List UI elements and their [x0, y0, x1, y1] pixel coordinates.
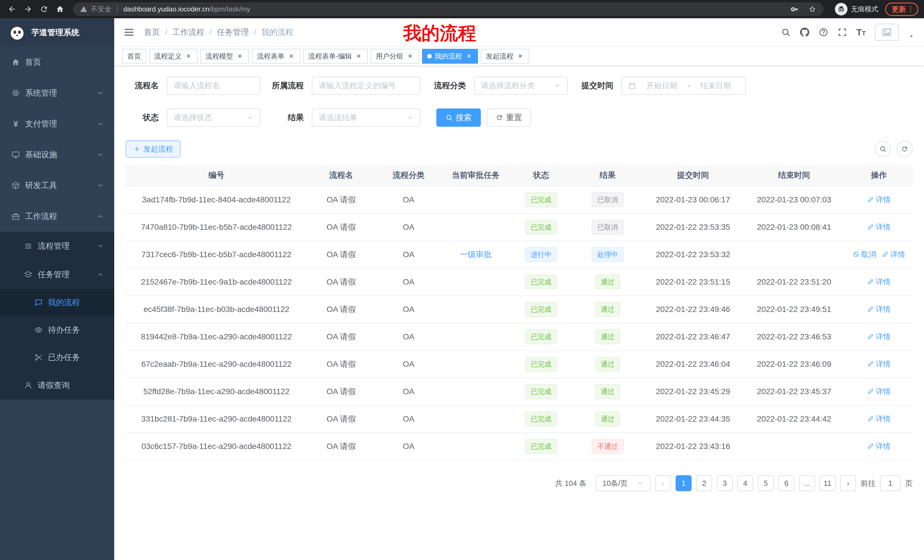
detail-link[interactable]: 详情 — [867, 386, 891, 397]
fullscreen-icon[interactable] — [837, 27, 847, 37]
avatar[interactable] — [875, 24, 899, 41]
tab-close-icon[interactable]: × — [287, 52, 295, 60]
browser-back-button[interactable] — [4, 2, 20, 16]
page-button-5[interactable]: 5 — [758, 475, 774, 491]
cell-submit-time: 2022-01-22 23:53:35 — [642, 214, 744, 241]
browser-reload-button[interactable] — [36, 2, 51, 16]
reset-button[interactable]: 重置 — [486, 108, 531, 127]
column-header: 编号 — [126, 165, 307, 186]
create-process-button[interactable]: 发起流程 — [126, 141, 180, 157]
sidebar-item-workflow[interactable]: 工作流程 — [0, 201, 114, 232]
sidebar-item-label: 待办任务 — [48, 325, 80, 335]
detail-link[interactable]: 详情 — [867, 195, 891, 205]
browser-update-button[interactable]: 更新 — [885, 3, 918, 16]
sidebar-item-process-mgmt[interactable]: 流程管理 — [0, 232, 114, 260]
next-page-button[interactable]: › — [840, 475, 856, 491]
tab-home[interactable]: 首页 — [122, 49, 146, 64]
tab-close-icon[interactable]: × — [184, 52, 192, 60]
edit-icon — [867, 415, 874, 422]
sidebar-item-home[interactable]: 首页 — [0, 47, 114, 78]
tab-start-process[interactable]: 发起流程× — [481, 49, 530, 64]
refresh-table-button[interactable] — [897, 141, 913, 157]
tab-process-definition[interactable]: 流程定义× — [149, 49, 198, 64]
sidebar-item-label: 工作流程 — [25, 211, 57, 222]
page-button-6[interactable]: 6 — [778, 475, 794, 491]
sidebar-item-task-mgmt[interactable]: 任务管理 — [0, 260, 114, 289]
result-select[interactable]: 请选流结果 — [312, 108, 420, 127]
detail-link[interactable]: 详情 — [867, 332, 891, 341]
tab-process-form[interactable]: 流程表单× — [252, 49, 300, 64]
font-size-icon[interactable]: TT — [856, 27, 866, 38]
page-more-button[interactable]: ... — [799, 475, 815, 491]
github-icon[interactable] — [800, 27, 810, 37]
category-select[interactable]: 请选择流程分类 — [474, 76, 568, 95]
detail-link[interactable]: 详情 — [867, 359, 891, 369]
tab-process-form-edit[interactable]: 流程表单-编辑× — [303, 49, 368, 64]
hamburger-icon[interactable] — [123, 27, 135, 38]
breadcrumb-home[interactable]: 首页 — [144, 27, 160, 38]
search-icon[interactable] — [781, 27, 790, 37]
page-button-11[interactable]: 11 — [819, 475, 836, 491]
address-bar[interactable]: 不安全 dashboard.yudao.iocoder.cn/bpm/task/… — [73, 2, 824, 16]
cancel-link[interactable]: 取消 — [853, 250, 876, 259]
gear-icon — [11, 89, 20, 97]
cell-category: OA — [375, 186, 442, 214]
toggle-search-button[interactable] — [875, 141, 891, 157]
browser-forward-button[interactable] — [21, 2, 35, 16]
browser-home-button[interactable] — [52, 2, 68, 16]
tab-user-group[interactable]: 用户分组× — [370, 49, 419, 64]
process-name-input[interactable]: 请输入流程名 — [167, 76, 260, 95]
submit-time-range-input[interactable]: 开始日期 - 结束日期 — [621, 76, 746, 95]
detail-link[interactable]: 详情 — [867, 304, 891, 314]
status-select[interactable]: 请选择状态 — [167, 108, 260, 127]
detail-link[interactable]: 详情 — [867, 277, 891, 287]
eye-icon — [34, 326, 43, 334]
browser-menu-dots-icon[interactable] — [907, 5, 915, 13]
cell-current-task — [442, 378, 509, 405]
app-logo[interactable]: 芋道管理系统 — [0, 18, 114, 47]
page-button-3[interactable]: 3 — [717, 475, 733, 491]
cell-end-time: 2022-01-23 00:08:41 — [744, 214, 844, 241]
breadcrumb-workflow[interactable]: 工作流程 — [172, 27, 204, 38]
chevron-down-icon — [247, 114, 254, 121]
bookmark-star-icon[interactable] — [808, 5, 817, 13]
sidebar-item-payment[interactable]: ¥支付管理 — [0, 108, 114, 139]
tab-my-process[interactable]: 我的流程× — [422, 49, 478, 64]
table-row: 2152467e-7b9b-11ec-9a1b-acde48001122OA 请… — [126, 268, 913, 296]
tab-close-icon[interactable]: × — [355, 52, 363, 60]
page-button-4[interactable]: 4 — [737, 475, 753, 491]
process-def-input[interactable]: 请输入流程定义的编号 — [312, 76, 420, 95]
sidebar-item-system[interactable]: 系统管理 — [0, 78, 114, 108]
breadcrumb-task-mgmt[interactable]: 任务管理 — [217, 27, 249, 38]
detail-link[interactable]: 详情 — [882, 250, 905, 259]
detail-link[interactable]: 详情 — [867, 441, 891, 451]
cell-actions: 详情 — [844, 214, 913, 241]
prev-page-button[interactable]: ‹ — [655, 475, 671, 491]
tab-close-icon[interactable]: × — [406, 52, 414, 60]
table-toolbar: 发起流程 — [126, 141, 913, 157]
sidebar-item-done-task[interactable]: 已办任务 — [0, 344, 114, 371]
sidebar-item-devtools[interactable]: 研发工具 — [0, 170, 114, 201]
tab-process-model[interactable]: 流程模型× — [201, 49, 249, 64]
tab-close-icon[interactable]: × — [465, 52, 473, 60]
help-icon[interactable] — [819, 27, 828, 37]
sidebar-item-infrastructure[interactable]: 基础设施 — [0, 139, 114, 170]
cell-category: OA — [375, 241, 442, 268]
current-task-link[interactable]: 一级审批 — [460, 250, 492, 259]
cell-process-name: OA 请假 — [307, 433, 375, 460]
detail-link[interactable]: 详情 — [867, 414, 891, 424]
page-button-1[interactable]: 1 — [676, 475, 692, 491]
sidebar-item-label: 支付管理 — [25, 118, 57, 129]
tab-close-icon[interactable]: × — [236, 52, 244, 60]
avatar-caret-down-icon[interactable] — [908, 33, 915, 40]
detail-link[interactable]: 详情 — [867, 222, 891, 232]
tab-close-icon[interactable]: × — [516, 52, 524, 60]
password-key-icon[interactable] — [790, 5, 799, 13]
page-size-select[interactable]: 10条/页 — [596, 475, 651, 491]
page-button-2[interactable]: 2 — [696, 475, 712, 491]
sidebar-item-todo-task[interactable]: 待办任务 — [0, 316, 114, 344]
sidebar-item-leave-query[interactable]: 请假查询 — [0, 371, 114, 400]
goto-page-input[interactable]: 1 — [880, 475, 901, 491]
search-button[interactable]: 搜索 — [436, 108, 481, 127]
sidebar-item-my-process[interactable]: 我的流程 — [0, 289, 114, 316]
